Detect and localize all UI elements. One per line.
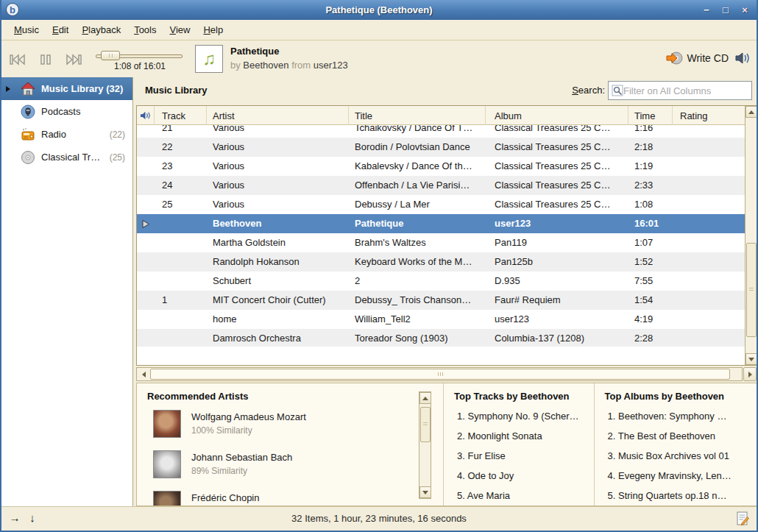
speaker-column-icon [140, 110, 151, 121]
maximize-icon[interactable]: □ [720, 4, 732, 15]
next-button[interactable] [62, 49, 85, 70]
seek-position-label: 1:08 of 16:01 [88, 61, 191, 71]
table-row[interactable]: 25VariousDebussy / La MerClassical Treas… [137, 195, 745, 214]
recommended-artist[interactable]: Frédéric Chopin 75% Similarity [153, 491, 260, 506]
table-row[interactable]: 1MIT Concert Choir (Cutter)Debussy_ Troi… [137, 291, 745, 310]
scroll-up-icon[interactable] [419, 392, 431, 404]
close-icon[interactable]: × [739, 4, 751, 15]
horizontal-scroll-thumb[interactable] [150, 369, 730, 380]
now-playing-subtitle: by Beethoven from user123 [230, 60, 348, 71]
browser-header: Music Library Search: [134, 77, 758, 104]
column-playing[interactable] [137, 106, 155, 125]
track-rows: 21VariousTchaikovsky / Dance Of T…Classi… [137, 125, 745, 347]
banshee-window: b Pathetique (Beethoven) − □ × Music Edi… [0, 0, 758, 532]
minimize-icon[interactable]: − [701, 4, 712, 15]
recommended-artist[interactable]: Wolfgang Amadeus Mozart 100% Similarity [153, 410, 306, 438]
menu-edit[interactable]: Edit [46, 21, 75, 38]
artist-similarity: 89% Similarity [191, 463, 292, 476]
expander-icon[interactable] [6, 86, 10, 92]
search-icon[interactable] [612, 85, 623, 96]
top-album-item[interactable]: 5. String Quartets op.18 n… [595, 481, 757, 501]
now-playing-title: Pathetique [230, 46, 279, 57]
seek-slider[interactable] [96, 51, 183, 61]
column-album[interactable]: Album [486, 106, 628, 125]
write-cd-button[interactable]: Write CD [666, 50, 729, 66]
top-track-item[interactable]: 2. Moonlight Sonata [444, 422, 594, 441]
sidebar-item-label: Music Library (32) [41, 83, 123, 94]
scroll-down-icon[interactable] [745, 353, 757, 365]
sidebar-item-music-library[interactable]: Music Library (32) [1, 77, 132, 100]
table-row[interactable]: homeWilliam_Tell2user1234:19 [137, 310, 745, 329]
vertical-scroll-thumb[interactable] [746, 243, 757, 337]
column-artist[interactable]: Artist [207, 106, 349, 125]
artist-name[interactable]: Wolfgang Amadeus Mozart [191, 410, 306, 422]
recommended-artists-panel: Recommended Artists Wolfgang Amadeus Moz… [137, 383, 443, 506]
vertical-scrollbar[interactable] [745, 106, 757, 365]
top-track-item[interactable]: 4. Ode to Joy [444, 461, 594, 481]
column-track[interactable]: Track [155, 106, 207, 125]
previous-button[interactable] [6, 49, 29, 70]
column-title[interactable]: Title [349, 106, 486, 125]
top-album-item[interactable]: 1. Beethoven: Symphony … [595, 402, 757, 422]
scroll-up-icon[interactable] [745, 106, 757, 118]
table-row[interactable]: Damrosch OrchestraToreador Song (1903)Co… [137, 329, 745, 347]
sidebar-item-count: (22) [110, 130, 125, 140]
edit-document-icon [736, 511, 749, 526]
now-playing-album[interactable]: user123 [314, 60, 348, 71]
menu-view[interactable]: View [163, 21, 196, 38]
top-tracks-panel: Top Tracks by Beethoven 1. Symphony No. … [443, 383, 594, 506]
sidebar-item-podcasts[interactable]: Podcasts [1, 100, 132, 123]
search-label: Search: [572, 85, 605, 96]
table-row[interactable]: 23VariousKabalevsky / Dance Of th…Classi… [137, 157, 745, 176]
artist-portrait [153, 450, 181, 478]
scroll-down-icon[interactable] [419, 486, 431, 498]
menu-tools[interactable]: Tools [127, 21, 163, 38]
top-album-item[interactable]: 2. The Best of Beethoven [595, 422, 757, 441]
sidebar-item-label: Podcasts [41, 106, 80, 117]
recommended-scrollbar[interactable] [419, 391, 431, 499]
seek-handle[interactable] [101, 51, 120, 60]
volume-button[interactable] [734, 51, 752, 68]
table-row[interactable]: Schubert2D.9357:55 [137, 272, 745, 291]
pause-button[interactable] [34, 49, 57, 70]
scroll-left-icon[interactable] [138, 369, 149, 380]
artist-similarity: 100% Similarity [191, 422, 306, 436]
sidebar-item-radio[interactable]: Radio (22) [1, 123, 132, 146]
table-row[interactable]: Randolph HokansonKeyboard Works of the M… [137, 252, 745, 272]
artist-portrait [153, 491, 181, 506]
horizontal-scrollbar[interactable] [136, 367, 743, 381]
recommended-artists-title: Recommended Artists [137, 383, 443, 402]
artist-name[interactable]: Johann Sebastian Bach [191, 450, 292, 463]
artist-name[interactable]: Frédéric Chopin [191, 491, 260, 503]
table-row[interactable]: 21VariousTchaikovsky / Dance Of T…Classi… [137, 125, 745, 138]
top-track-item[interactable]: 1. Symphony No. 9 (Scher… [444, 402, 594, 422]
top-album-item[interactable]: 4. Evegeny Mravinsky, Len… [595, 461, 757, 481]
title-bar[interactable]: b Pathetique (Beethoven) − □ × [0, 0, 758, 20]
edit-log-button[interactable] [736, 511, 749, 529]
recommended-artist[interactable]: Johann Sebastian Bach 89% Similarity [153, 450, 292, 478]
scroll-right-icon[interactable] [743, 367, 757, 381]
table-row[interactable]: Martha GoldsteinBrahm's WaltzesPan1191:0… [137, 233, 745, 252]
menu-help[interactable]: Help [196, 21, 230, 38]
column-time[interactable]: Time [628, 106, 673, 125]
volume-icon [734, 51, 752, 65]
sidebar-item-label: Classical Tr… [41, 152, 100, 163]
table-row[interactable]: 22VariousBorodin / Polovtsian DanceClass… [137, 138, 745, 157]
music-note-icon: ♫ [202, 49, 216, 69]
search-input[interactable] [623, 85, 751, 96]
status-text: 32 Items, 1 hour, 23 minutes, 16 seconds [1, 513, 757, 524]
now-playing-artist[interactable]: Beethoven [243, 60, 288, 71]
artist-portrait [153, 410, 181, 438]
next-icon [65, 53, 82, 66]
radio-icon [21, 127, 35, 142]
recommended-scroll-thumb[interactable] [420, 407, 431, 442]
from-label: from [291, 60, 311, 71]
menu-playback[interactable]: Playback [75, 21, 127, 38]
table-row-selected[interactable]: BeethovenPathetiqueuser12316:01 [137, 214, 745, 233]
top-track-item[interactable]: 3. Fur Elise [444, 441, 594, 461]
top-track-item[interactable]: 5. Ave Maria [444, 481, 594, 501]
top-album-item[interactable]: 3. Music Box Archives vol 01 [595, 441, 757, 461]
menu-music[interactable]: Music [7, 21, 46, 38]
sidebar-item-classical[interactable]: Classical Tr… (25) [1, 146, 132, 169]
table-row[interactable]: 24VariousOffenbach / La Vie Parisi…Class… [137, 176, 745, 195]
